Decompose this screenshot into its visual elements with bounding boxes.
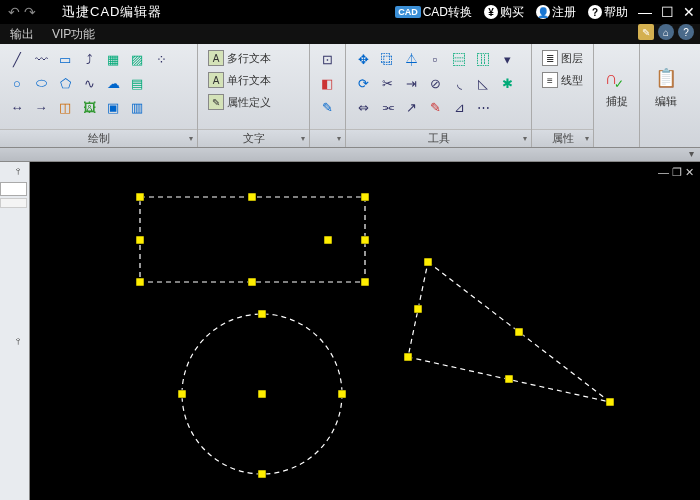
circle-icon[interactable]: ○ [6,72,28,94]
boundary-icon[interactable]: ▣ [102,96,124,118]
workspace: ⫯ ⫯ — ❐ ✕ [0,162,700,500]
wipeout-icon[interactable]: ▥ [126,96,148,118]
trim-icon[interactable]: ✂ [376,72,398,94]
dim1-icon[interactable]: ⊡ [316,48,338,70]
pin-icon[interactable]: ⫯ [16,166,21,177]
hatch-icon[interactable]: ▦ [102,48,124,70]
divide-icon[interactable]: ⋯ [472,96,494,118]
panel-draw-label[interactable]: 绘制 [0,129,197,147]
svg-rect-19 [414,305,422,313]
panel-properties: ≣图层 ≡线型 属性 [532,44,594,147]
chamfer-icon[interactable]: ◺ [472,72,494,94]
undo-redo-group: ↶ ↷ [0,4,44,20]
layer-button[interactable]: ≣图层 [538,48,587,68]
info-icon[interactable]: ? [678,24,694,40]
mirror-icon[interactable]: ⏃ [400,48,422,70]
explode-icon[interactable]: ✱ [496,72,518,94]
panel-edit: 📋 编辑 [640,44,700,147]
panel-text: A多行文本 A单行文本 ✎属性定义 文字 [198,44,310,147]
scale-icon[interactable]: ▾ [496,48,518,70]
polygon-icon[interactable]: ⬠ [54,72,76,94]
svg-rect-18 [505,375,513,383]
edit-label: 编辑 [655,94,677,109]
ray-icon[interactable]: → [30,96,52,118]
edit-icon[interactable]: ✎ [424,96,446,118]
svg-rect-14 [424,258,432,266]
minimize-button[interactable]: — [634,4,656,20]
drawing-canvas[interactable]: — ❐ ✕ [30,162,700,500]
lengthen-icon[interactable]: ↗ [400,96,422,118]
dim3-icon[interactable]: ✎ [316,96,338,118]
ellipse-icon[interactable]: ⬭ [30,72,52,94]
svg-rect-11 [258,470,266,478]
join-icon[interactable]: ⫘ [376,96,398,118]
block-icon[interactable]: ◫ [54,96,76,118]
close-button[interactable]: ✕ [678,4,700,20]
cad-convert-label: CAD转换 [423,4,472,21]
arc-icon[interactable]: ⤴ [78,48,100,70]
snap-button[interactable]: ∩✓ 捕捉 [600,48,633,125]
panel-tools-label[interactable]: 工具 [346,129,531,147]
break-icon[interactable]: ⊘ [424,72,446,94]
dim2-icon[interactable]: ◧ [316,72,338,94]
maximize-button[interactable]: ☐ [656,4,678,20]
edit-button[interactable]: 📋 编辑 [646,48,686,125]
titlebar: ↶ ↷ 迅捷CAD编辑器 CAD CAD转换 ¥ 购买 👤 注册 ? 帮助 — … [0,0,700,24]
rotate-icon[interactable]: ⟳ [352,72,374,94]
side-panel: ⫯ ⫯ [0,162,30,500]
yen-icon: ¥ [484,5,498,19]
panel-properties-label[interactable]: 属性 [532,129,593,147]
multiline-text-button[interactable]: A多行文本 [204,48,303,68]
region-icon[interactable]: ▨ [126,48,148,70]
panel-tab[interactable] [0,182,27,196]
offset-icon[interactable]: ▫ [424,48,446,70]
table-icon[interactable]: ▤ [126,72,148,94]
cad-convert-button[interactable]: CAD CAD转换 [389,4,478,21]
svg-rect-17 [515,328,523,336]
attrdef-button[interactable]: ✎属性定义 [204,92,303,112]
register-button[interactable]: 👤 注册 [530,4,582,21]
svg-rect-4 [361,236,369,244]
singleline-label: 单行文本 [227,73,271,88]
line-icon[interactable]: ╱ [6,48,28,70]
multiline-label: 多行文本 [227,51,271,66]
redo-icon[interactable]: ↷ [24,4,36,20]
panel-text-label[interactable]: 文字 [198,129,309,147]
xline-icon[interactable]: ↔ [6,96,28,118]
home-icon[interactable]: ⌂ [658,24,674,40]
move-icon[interactable]: ✥ [352,48,374,70]
extend-icon[interactable]: ⇥ [400,72,422,94]
help-button[interactable]: ? 帮助 [582,4,634,21]
doc-icon[interactable]: ✎ [638,24,654,40]
spline-icon[interactable]: ∿ [78,72,100,94]
svg-rect-0 [136,193,144,201]
menu-output[interactable]: 输出 [10,26,34,43]
measure-icon[interactable]: ⊿ [448,96,470,118]
svg-rect-13 [338,390,346,398]
copy-icon[interactable]: ⿻ [376,48,398,70]
align-icon[interactable]: ⿲ [472,48,494,70]
buy-button[interactable]: ¥ 购买 [478,4,530,21]
help-icon: ? [588,5,602,19]
svg-rect-9 [258,390,266,398]
image-icon[interactable]: 🖼 [78,96,100,118]
shapes-svg [30,162,700,500]
undo-icon[interactable]: ↶ [8,4,20,20]
array-icon[interactable]: ⿳ [448,48,470,70]
singleline-text-button[interactable]: A单行文本 [204,70,303,90]
menu-vip[interactable]: VIP功能 [52,26,95,43]
panel-tab2[interactable] [0,198,27,208]
polyline-icon[interactable]: 〰 [30,48,52,70]
fillet-icon[interactable]: ◟ [448,72,470,94]
panel-dim-label[interactable] [310,129,345,147]
cloud-icon[interactable]: ☁ [102,72,124,94]
svg-rect-15 [606,398,614,406]
point-icon[interactable]: ⁘ [150,48,172,70]
rect-icon[interactable]: ▭ [54,48,76,70]
stretch-icon[interactable]: ⇔ [352,96,374,118]
app-title: 迅捷CAD编辑器 [44,3,180,21]
pin-icon-2[interactable]: ⫯ [16,336,21,347]
user-icon: 👤 [536,5,550,19]
linetype-button[interactable]: ≡线型 [538,70,587,90]
ribbon-collapse-strip[interactable] [0,148,700,162]
